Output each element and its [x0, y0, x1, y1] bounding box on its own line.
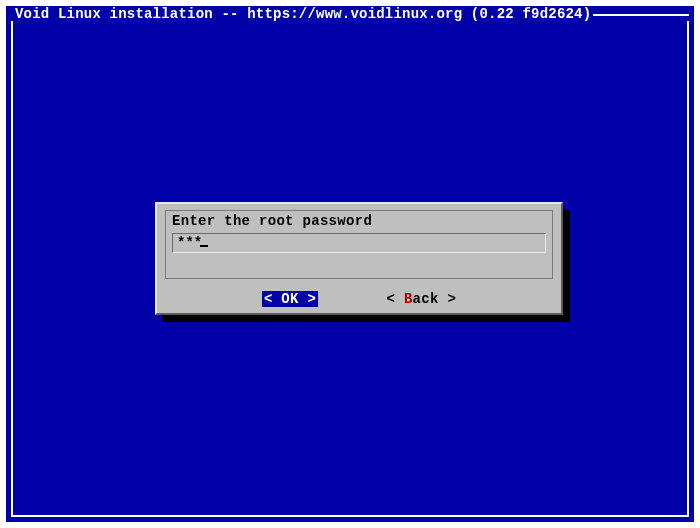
window-title: Void Linux installation -- https://www.v… — [13, 6, 593, 22]
ok-button[interactable]: < OK > — [262, 291, 318, 307]
prompt-label: Enter the root password — [172, 213, 546, 229]
password-value: *** — [177, 235, 202, 251]
installer-screen: Void Linux installation -- https://www.v… — [6, 6, 694, 522]
title-bar: Void Linux installation -- https://www.v… — [7, 7, 693, 25]
root-password-input[interactable]: *** — [172, 233, 546, 253]
back-button[interactable]: < Back > — [387, 291, 457, 307]
dialog-inner: Enter the root password *** — [165, 210, 553, 279]
text-cursor — [200, 235, 208, 247]
password-dialog: Enter the root password *** < OK > < Bac… — [155, 202, 563, 315]
button-row: < OK > < Back > — [157, 291, 561, 307]
